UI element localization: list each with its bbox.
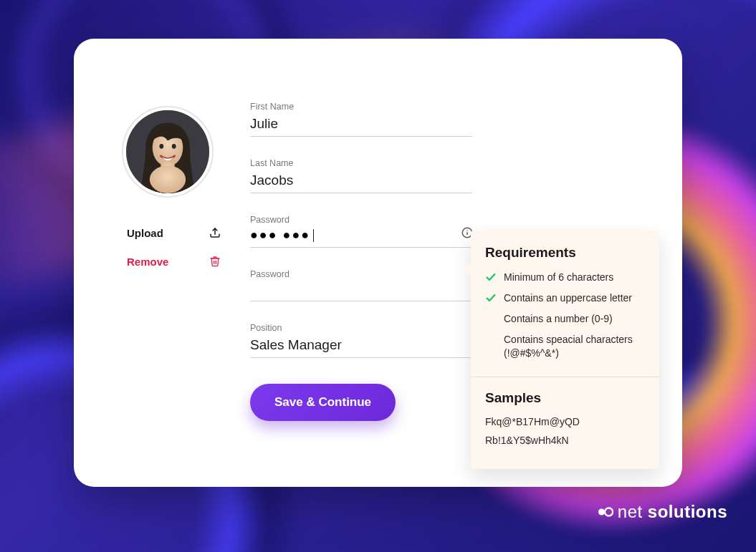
last-name-input[interactable] — [250, 171, 472, 193]
avatar-image — [126, 110, 209, 193]
save-continue-button[interactable]: Save & Continue — [250, 384, 396, 421]
requirement-item: Contains speacial characters (!@#$%^&*) — [485, 333, 645, 360]
password-confirm-input[interactable] — [250, 282, 472, 301]
password-input[interactable]: ●●● ●●● — [250, 228, 472, 248]
sample-password: Rb!1&Y5$wHh4kN — [485, 435, 645, 446]
upload-button[interactable]: Upload — [127, 222, 221, 243]
password-label: Password — [250, 215, 472, 225]
svg-point-5 — [172, 144, 176, 149]
requirements-title: Requirements — [485, 245, 645, 261]
last-name-label: Last Name — [250, 158, 472, 168]
upload-label: Upload — [127, 227, 163, 239]
avatar-column: Upload Remove — [114, 82, 221, 421]
svg-point-11 — [605, 508, 613, 516]
svg-point-9 — [466, 230, 468, 231]
svg-point-10 — [598, 508, 605, 515]
first-name-label: First Name — [250, 102, 472, 112]
position-field: Position — [250, 323, 472, 358]
form-column: First Name Last Name Password ●●● ●●● — [250, 82, 472, 421]
sample-password: Fkq@*B17Hm@yQD — [485, 416, 645, 427]
svg-point-3 — [150, 165, 186, 193]
check-icon — [485, 292, 497, 304]
remove-label: Remove — [127, 256, 168, 268]
password-field: Password ●●● ●●● — [250, 215, 472, 248]
profile-card: Upload Remove — [74, 39, 682, 487]
check-icon — [485, 271, 497, 283]
upload-icon — [209, 226, 221, 239]
position-label: Position — [250, 323, 472, 333]
first-name-field: First Name — [250, 102, 472, 137]
svg-point-4 — [159, 144, 163, 149]
requirements-panel: Requirements Minimum of 6 characters Con… — [471, 231, 659, 469]
requirement-item: Contains an uppercase letter — [485, 291, 645, 305]
position-input[interactable] — [250, 336, 472, 358]
avatar-frame — [122, 106, 214, 198]
requirement-item: Contains a number (0-9) — [485, 312, 645, 326]
password-confirm-label: Password — [250, 269, 472, 279]
trash-icon — [209, 255, 221, 268]
brand-logo: net solutions — [598, 502, 727, 522]
last-name-field: Last Name — [250, 158, 472, 193]
password-confirm-field: Password — [250, 269, 472, 301]
samples-title: Samples — [485, 390, 645, 406]
remove-button[interactable]: Remove — [127, 251, 221, 272]
brand-mark-icon — [598, 504, 613, 520]
requirement-item: Minimum of 6 characters — [485, 271, 645, 284]
first-name-input[interactable] — [250, 115, 472, 137]
